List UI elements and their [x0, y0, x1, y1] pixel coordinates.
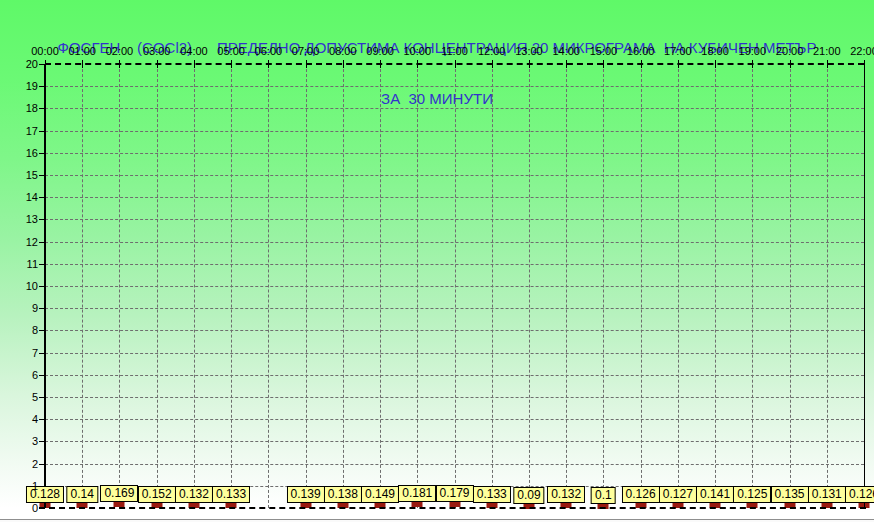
h-gridline	[45, 353, 864, 354]
x-tick-label: 08:00	[329, 45, 357, 57]
value-label-box: 0.131	[808, 486, 846, 503]
h-gridline	[45, 153, 864, 154]
h-gridline	[45, 330, 864, 331]
x-tick-label: 05:00	[217, 45, 245, 57]
x-tick-label: 07:00	[292, 45, 320, 57]
bottom-separator-line	[0, 519, 874, 522]
x-tick-label: 04:00	[180, 45, 208, 57]
h-gridline	[45, 175, 864, 176]
h-gridline	[45, 197, 864, 198]
x-tick-label: 21:00	[813, 45, 841, 57]
value-label-box: 0.135	[771, 486, 809, 503]
value-label-box: 0.126	[622, 486, 660, 503]
h-gridline	[45, 464, 864, 465]
y-tick-label: 5	[0, 391, 38, 403]
value-label-box: 0.132	[175, 486, 213, 503]
y-tick-label: 10	[0, 280, 38, 292]
x-tick-label: 14:00	[552, 45, 580, 57]
phosgene-concentration-monitor: ФОСГЕН (COCl2) ПРЕДЕЛНО ДОПУСТИМА КОНЦЕН…	[0, 0, 874, 529]
x-tick-label: 16:00	[627, 45, 655, 57]
x-tick-label: 00:00	[31, 45, 59, 57]
h-gridline	[45, 131, 864, 132]
h-gridline	[45, 308, 864, 309]
x-tick-label: 09:00	[366, 45, 394, 57]
h-gridline	[45, 397, 864, 398]
x-tick-label: 01:00	[68, 45, 96, 57]
y-tick-label: 20	[0, 58, 38, 70]
y-tick-label: 12	[0, 236, 38, 248]
h-gridline	[45, 86, 864, 87]
x-tick-label: 13:00	[515, 45, 543, 57]
y-tick-label: 18	[0, 102, 38, 114]
value-label-box: 0.149	[361, 486, 399, 503]
value-label-box: 0.138	[324, 486, 362, 503]
value-label-box: 0.1	[591, 487, 616, 504]
x-tick-label: 06:00	[255, 45, 283, 57]
y-tick-label: 1	[0, 480, 38, 492]
y-axis-line	[44, 64, 46, 508]
x-tick-label: 17:00	[664, 45, 692, 57]
y-tick-label: 19	[0, 80, 38, 92]
chart-title-line2: ЗА 30 МИНУТИ	[0, 90, 874, 107]
y-tick-label: 14	[0, 191, 38, 203]
y-tick-label: 11	[0, 258, 38, 270]
y-tick-label: 15	[0, 169, 38, 181]
value-label-box: 0.181	[398, 485, 436, 502]
y-tick-label: 17	[0, 125, 38, 137]
value-label-box: 0.141	[696, 486, 734, 503]
y-tick-label: 3	[0, 435, 38, 447]
y-tick-label: 0	[0, 502, 38, 514]
value-label-box: 0.14	[67, 486, 98, 503]
h-gridline	[45, 286, 864, 287]
x-tick-label: 19:00	[739, 45, 767, 57]
y-tick-label: 13	[0, 213, 38, 225]
x-tick-label: 18:00	[701, 45, 729, 57]
y-tick-label: 8	[0, 324, 38, 336]
h-gridline	[45, 441, 864, 442]
value-label-box: 0.126	[845, 486, 874, 503]
value-label-box: 0.125	[733, 486, 771, 503]
x-axis-line	[39, 507, 866, 509]
x-tick-label: 02:00	[106, 45, 134, 57]
value-label-box: 0.179	[435, 485, 473, 502]
x-tick-label: 12:00	[478, 45, 506, 57]
value-label-box: 0.132	[547, 486, 585, 503]
chart-title: ФОСГЕН (COCl2) ПРЕДЕЛНО ДОПУСТИМА КОНЦЕН…	[0, 5, 874, 141]
value-label-box: 0.127	[659, 486, 697, 503]
x-tick-label: 15:00	[590, 45, 618, 57]
y-tick-label: 2	[0, 458, 38, 470]
y-tick-label: 9	[0, 302, 38, 314]
x-tick-label: 10:00	[404, 45, 432, 57]
x-tick-label: 22:00	[850, 45, 874, 57]
y-tick-label: 16	[0, 147, 38, 159]
h-gridline	[45, 375, 864, 376]
h-gridline	[45, 419, 864, 420]
y-tick-label: 6	[0, 369, 38, 381]
x-tick-label: 11:00	[441, 45, 468, 57]
h-gridline	[45, 242, 864, 243]
y-tick-label: 7	[0, 347, 38, 359]
h-gridline	[45, 219, 864, 220]
value-label-box: 0.09	[513, 487, 544, 504]
y-tick-label: 4	[0, 413, 38, 425]
value-label-box: 0.169	[100, 485, 138, 502]
value-label-box: 0.139	[287, 486, 325, 503]
x-tick-label: 20:00	[776, 45, 804, 57]
value-label-box: 0.152	[138, 486, 176, 503]
value-label-box: 0.133	[212, 486, 250, 503]
h-gridline	[45, 108, 864, 109]
x-tick-label: 03:00	[143, 45, 171, 57]
value-label-box: 0.133	[473, 486, 511, 503]
plot-right-border	[864, 64, 865, 508]
h-gridline	[45, 264, 864, 265]
plot-top-border	[45, 63, 864, 65]
